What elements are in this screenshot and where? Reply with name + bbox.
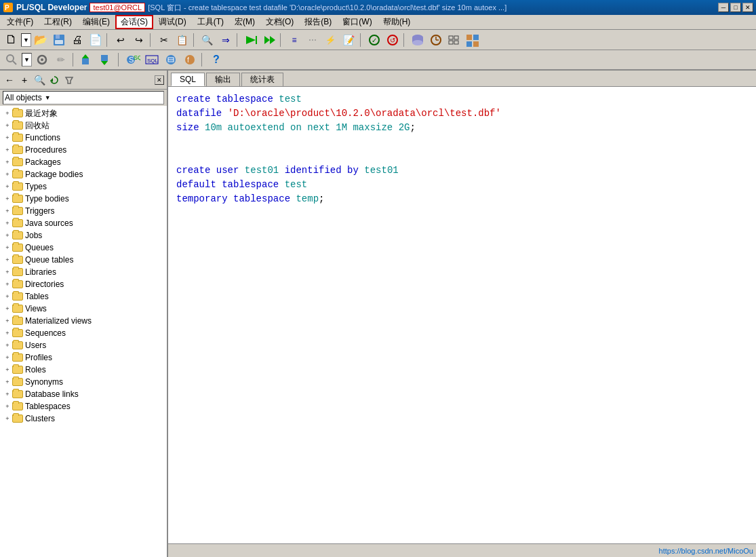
browser-search-button[interactable]: 🔍 — [33, 73, 46, 87]
browser-add-button[interactable]: + — [18, 73, 31, 87]
editor-tab-SQL[interactable]: SQL — [171, 73, 205, 86]
tree-expand-icon[interactable]: + — [3, 414, 12, 423]
tree-item[interactable]: +Directories — [0, 278, 167, 290]
tree-expand-icon[interactable]: + — [3, 402, 12, 411]
menu-item-d[interactable]: 调试(D) — [153, 15, 192, 29]
format2-button[interactable]: ⋯ — [304, 32, 321, 48]
minimize-button[interactable]: ─ — [718, 3, 729, 12]
tb2-table-button[interactable] — [162, 52, 180, 68]
tree-item[interactable]: +Views — [0, 303, 167, 315]
tree-expand-icon[interactable]: + — [3, 182, 12, 191]
menu-item-e[interactable]: 编辑(E) — [77, 15, 115, 29]
browser-back-button[interactable]: ← — [3, 73, 16, 87]
tree-item[interactable]: +Materialized views — [0, 315, 167, 327]
tree-item[interactable]: +回收站 — [0, 119, 167, 132]
tb2-dropdown[interactable]: ▼ — [22, 53, 32, 66]
execute-button[interactable] — [242, 32, 260, 48]
panel-close-button[interactable]: ✕ — [155, 75, 164, 85]
menu-item-s[interactable]: 会话(S) — [115, 15, 153, 29]
grid-button[interactable] — [445, 32, 463, 48]
copy-button[interactable]: 📋 — [174, 32, 191, 48]
tree-expand-icon[interactable]: + — [3, 267, 12, 277]
tree-item[interactable]: +Users — [0, 339, 167, 351]
explain-button[interactable]: ⚡ — [322, 32, 340, 48]
tree-expand-icon[interactable]: + — [3, 377, 12, 387]
cut-button[interactable]: ✂ — [155, 32, 173, 48]
menu-item-r[interactable]: 工程(R) — [39, 15, 77, 29]
rollback-button[interactable]: ↺ — [384, 32, 401, 48]
tree-expand-icon[interactable]: + — [3, 145, 12, 155]
tree-expand-icon[interactable]: + — [3, 121, 12, 130]
menu-item-t[interactable]: 工具(T) — [192, 15, 229, 29]
tree-item[interactable]: +Types — [0, 180, 167, 193]
tb2-add-down-button[interactable] — [98, 52, 115, 68]
tb2-pencil-button[interactable]: ✏ — [52, 52, 70, 68]
tree-expand-icon[interactable]: + — [3, 389, 12, 399]
maximize-button[interactable]: □ — [730, 3, 741, 12]
schema-dropdown[interactable]: All objects ▼ — [3, 91, 164, 104]
tree-expand-icon[interactable]: + — [3, 316, 12, 326]
tree-item[interactable]: +Synonyms — [0, 376, 167, 388]
autoformat-button[interactable]: 📝 — [340, 32, 358, 48]
tree-item[interactable]: +Java sources — [0, 217, 167, 229]
tb2-help-button[interactable]: ? — [207, 52, 225, 68]
browser-refresh-button[interactable] — [47, 73, 61, 87]
format-button[interactable]: ≡ — [285, 32, 303, 48]
tree-expand-icon[interactable]: + — [3, 328, 12, 338]
tree-item[interactable]: +Roles — [0, 364, 167, 376]
tree-item[interactable]: +最近对象 — [0, 107, 167, 119]
tree-expand-icon[interactable]: + — [3, 243, 12, 252]
find-next-button[interactable]: ⇒ — [217, 32, 235, 48]
open-button[interactable]: 📂 — [32, 32, 49, 48]
tree-expand-icon[interactable]: + — [3, 194, 12, 204]
tree-expand-icon[interactable]: + — [3, 304, 12, 313]
tree-item[interactable]: +Database links — [0, 388, 167, 400]
tree-expand-icon[interactable]: + — [3, 157, 12, 167]
tree-item[interactable]: +Tablespaces — [0, 400, 167, 412]
tree-item[interactable]: +Tables — [0, 290, 167, 303]
tb2-sql-button[interactable]: SQL — [143, 52, 161, 68]
commit-button[interactable]: ✓ — [365, 32, 383, 48]
execute-next-button[interactable] — [260, 32, 278, 48]
tree-expand-icon[interactable]: + — [3, 231, 12, 240]
code-editor[interactable]: create tablespace testdatafile 'D:\oracl… — [168, 87, 756, 543]
tb2-add-up-button[interactable] — [79, 52, 96, 68]
tb2-run-button[interactable]: SSQL — [124, 52, 142, 68]
history-button[interactable] — [427, 32, 445, 48]
tree-expand-icon[interactable]: + — [3, 170, 12, 179]
tree-expand-icon[interactable]: + — [3, 133, 12, 142]
new-dropdown[interactable]: ▼ — [21, 33, 31, 47]
redo-button[interactable]: ↪ — [130, 32, 148, 48]
find-button[interactable]: 🔍 — [199, 32, 216, 48]
print2-button[interactable]: 📄 — [87, 32, 104, 48]
menu-item-h[interactable]: 帮助(H) — [378, 15, 416, 29]
tree-item[interactable]: +Queue tables — [0, 254, 167, 266]
tree-expand-icon[interactable]: + — [3, 292, 12, 301]
new-button[interactable]: 🗋 — [3, 32, 20, 48]
db-button[interactable] — [409, 32, 426, 48]
tree-expand-icon[interactable]: + — [3, 353, 12, 362]
tree-item[interactable]: +Triggers — [0, 205, 167, 217]
tree-item[interactable]: +Functions — [0, 132, 167, 144]
tree-item[interactable]: +Procedures — [0, 144, 167, 156]
tree-item[interactable]: +Libraries — [0, 266, 167, 278]
tree-item[interactable]: +Type bodies — [0, 193, 167, 205]
save-button[interactable] — [50, 32, 68, 48]
menu-item-w[interactable]: 窗口(W) — [337, 15, 377, 29]
menu-item-b[interactable]: 报告(B) — [299, 15, 337, 29]
menu-item-f[interactable]: 文件(F) — [1, 15, 39, 29]
tree-expand-icon[interactable]: + — [3, 109, 12, 118]
tb2-proc-button[interactable]: f — [181, 52, 199, 68]
tree-expand-icon[interactable]: + — [3, 365, 12, 374]
browser-filter-button[interactable] — [62, 73, 76, 87]
tree-item[interactable]: +Jobs — [0, 229, 167, 242]
tree-item[interactable]: +Clusters — [0, 412, 167, 425]
tree-expand-icon[interactable]: + — [3, 280, 12, 289]
tree-item[interactable]: +Queues — [0, 242, 167, 254]
close-button[interactable]: ✕ — [742, 3, 753, 12]
tree-item[interactable]: +Profiles — [0, 351, 167, 364]
tree-expand-icon[interactable]: + — [3, 218, 12, 228]
tree-item[interactable]: +Sequences — [0, 327, 167, 339]
editor-tab-统计表[interactable]: 统计表 — [241, 73, 283, 86]
editor-tab-输出[interactable]: 输出 — [206, 73, 240, 86]
